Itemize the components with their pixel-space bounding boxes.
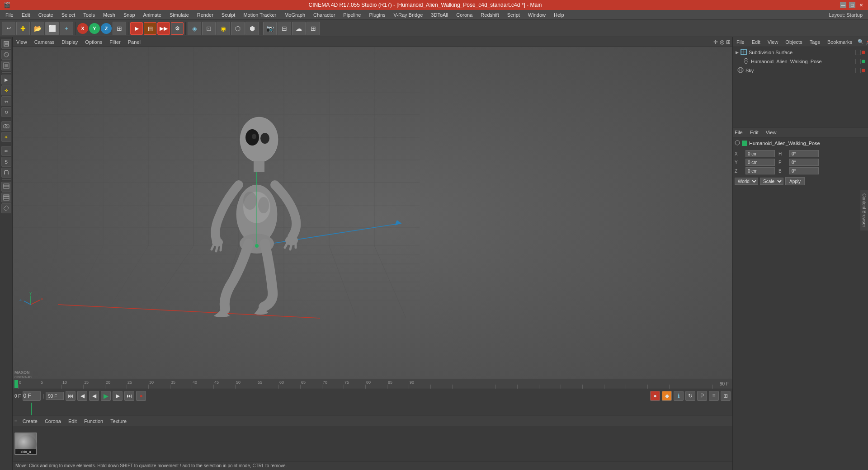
render-settings-button[interactable]: ⚙: [171, 22, 184, 35]
menu-tools[interactable]: Tools: [80, 11, 99, 19]
editor-camera-button[interactable]: 📷: [263, 22, 277, 35]
material-menu-create[interactable]: Create: [21, 418, 39, 424]
material-menu-function[interactable]: Function: [82, 418, 105, 424]
viewport-menu-filter[interactable]: Filter: [108, 39, 122, 45]
obj3-eye-icon[interactable]: [855, 68, 861, 73]
timeline-expand-button[interactable]: ⊞: [721, 391, 731, 401]
coord-y-pos-input[interactable]: [745, 159, 775, 166]
phong-button[interactable]: ⬡: [231, 22, 245, 35]
menu-simulate[interactable]: Simulate: [166, 11, 193, 19]
viewport-menu-panel[interactable]: Panel: [126, 39, 142, 45]
render-view-button[interactable]: ⬜: [45, 22, 59, 35]
menu-render[interactable]: Render: [193, 11, 217, 19]
menu-snap[interactable]: Snap: [120, 11, 139, 19]
layer1-button[interactable]: [1, 182, 11, 192]
transform-button[interactable]: ⊞: [113, 22, 126, 35]
floor-button[interactable]: ⊟: [278, 22, 291, 35]
render-active-view-button[interactable]: ▶: [130, 22, 143, 35]
object-item-subdivision[interactable]: ▶ Subdivision Surface: [734, 48, 867, 57]
attrs-menu-view[interactable]: View: [766, 130, 777, 135]
layer3-button[interactable]: [1, 203, 11, 213]
select-button[interactable]: ▶: [1, 75, 11, 85]
prev-frame-button[interactable]: ◀: [77, 391, 87, 401]
viewport-icon-3[interactable]: ⊞: [726, 39, 731, 45]
move-button[interactable]: ✛: [1, 85, 11, 95]
minimize-button[interactable]: —: [840, 2, 846, 8]
frame-input[interactable]: [23, 391, 41, 401]
menu-create[interactable]: Create: [35, 11, 57, 19]
menu-character[interactable]: Character: [310, 11, 339, 19]
attrs-menu-edit[interactable]: Edit: [750, 130, 759, 135]
open-button[interactable]: 📂: [31, 22, 44, 35]
smooth-button[interactable]: S: [1, 157, 11, 167]
timeline-track-area[interactable]: [13, 403, 732, 415]
undo-button[interactable]: ↩: [2, 22, 15, 35]
menu-edit[interactable]: Edit: [18, 11, 34, 19]
viewport-icon-1[interactable]: ✛: [713, 39, 718, 45]
object-item-sky[interactable]: Sky: [734, 66, 867, 75]
sky-button[interactable]: ☁: [292, 22, 306, 35]
maximize-button[interactable]: □: [849, 2, 855, 8]
menu-window[interactable]: Window: [524, 11, 549, 19]
viewport-canvas[interactable]: X Y Z: [13, 47, 732, 379]
power-button[interactable]: P: [697, 391, 707, 401]
texture-mode-button[interactable]: [1, 50, 11, 60]
menu-help[interactable]: Help: [550, 11, 568, 19]
menu-plugins[interactable]: Plugins: [365, 11, 389, 19]
key-button[interactable]: ◆: [662, 391, 672, 401]
timeline-settings-button[interactable]: ≡: [709, 391, 719, 401]
objects-menu-edit[interactable]: Edit: [750, 39, 762, 45]
wireframe-button[interactable]: ⊡: [202, 22, 216, 35]
menu-select[interactable]: Select: [58, 11, 79, 19]
menu-redshift[interactable]: Redshift: [477, 11, 502, 19]
x-rotation-button[interactable]: X: [77, 23, 88, 34]
menu-mesh[interactable]: Mesh: [99, 11, 119, 19]
camera-button[interactable]: [1, 121, 11, 131]
world-dropdown[interactable]: World Local: [735, 178, 758, 185]
paint-button[interactable]: [1, 61, 11, 70]
y-rotation-button[interactable]: Y: [89, 23, 100, 34]
viewport-icon-2[interactable]: ◎: [720, 39, 724, 45]
viewport-background[interactable]: Perspective: [13, 47, 732, 379]
goto-end-button[interactable]: ⏭: [124, 391, 134, 401]
end-frame-input[interactable]: [46, 392, 64, 400]
menu-sculpt[interactable]: Sculpt: [218, 11, 239, 19]
info-button[interactable]: ℹ: [674, 391, 684, 401]
viewport-menu-view[interactable]: View: [14, 39, 29, 45]
render-all-button[interactable]: ▶▶: [157, 22, 170, 35]
coord-h-input[interactable]: [789, 150, 819, 157]
layer2-button[interactable]: [1, 193, 11, 202]
viewport[interactable]: View Cameras Display Options Filter Pane…: [13, 37, 732, 379]
texture-button[interactable]: ◉: [217, 22, 230, 35]
rotate-button[interactable]: ↻: [1, 107, 11, 117]
side-browser-tab[interactable]: Content Browser: [860, 190, 868, 230]
menu-pipeline[interactable]: Pipeline: [340, 11, 364, 19]
play-back-button[interactable]: ◀: [89, 391, 99, 401]
grid-button[interactable]: ⊞: [307, 22, 320, 35]
menu-file[interactable]: File: [2, 11, 17, 19]
obj2-eye-icon[interactable]: [855, 59, 861, 64]
menu-mograph[interactable]: MoGraph: [281, 11, 309, 19]
light-button[interactable]: ☀: [1, 132, 11, 142]
model-mode-button[interactable]: [1, 39, 11, 49]
viewport-menu-cameras[interactable]: Cameras: [33, 39, 57, 45]
goto-start-button[interactable]: ⏮: [66, 391, 75, 401]
auto-key-button[interactable]: ●: [650, 391, 660, 401]
menu-3dtoall[interactable]: 3DToAll: [427, 11, 452, 19]
magnet-button[interactable]: [1, 168, 11, 178]
coord-z-pos-input[interactable]: [745, 167, 775, 174]
attrs-menu-file[interactable]: File: [735, 130, 743, 135]
material-menu-edit[interactable]: Edit: [66, 418, 79, 424]
record-button[interactable]: ●: [136, 391, 146, 401]
menu-vraybridge[interactable]: V-Ray Bridge: [390, 11, 427, 19]
viewport-menu-options[interactable]: Options: [83, 39, 104, 45]
objects-search-icon[interactable]: 🔍: [858, 39, 864, 45]
titlebar-controls[interactable]: — □ ✕: [840, 2, 864, 8]
add-object-button[interactable]: +: [60, 22, 73, 35]
material-menu-texture[interactable]: Texture: [108, 418, 128, 424]
objects-pin-icon[interactable]: 📌: [866, 39, 868, 45]
coord-x-pos-input[interactable]: [745, 150, 775, 157]
loop-button[interactable]: ↻: [685, 391, 695, 401]
play-button[interactable]: ▶: [101, 391, 111, 401]
display-mode-button[interactable]: ◈: [188, 22, 201, 35]
